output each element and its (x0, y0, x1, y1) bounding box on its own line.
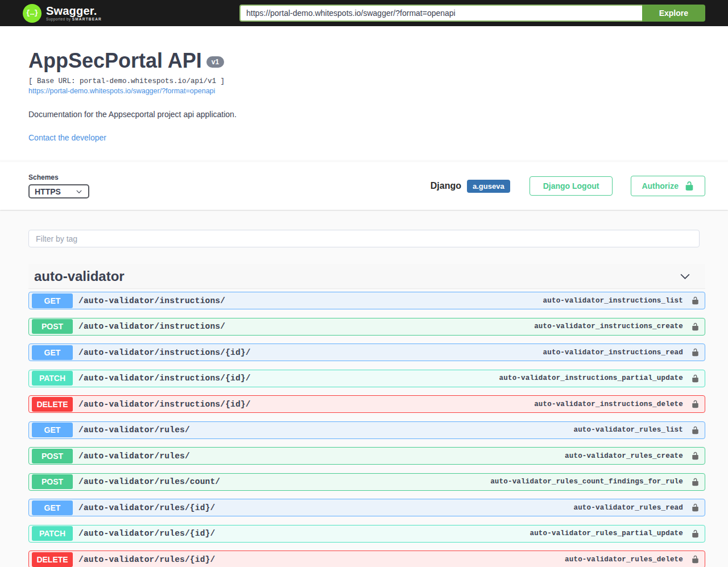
endpoint-row[interactable]: GET /auto-validator/instructions/{id}/ a… (28, 343, 705, 361)
operation-id: auto-validator_instructions_list (543, 297, 683, 305)
endpoint-row[interactable]: GET /auto-validator/rules/ auto-validato… (28, 421, 705, 439)
endpoint-row[interactable]: PATCH /auto-validator/rules/{id}/ auto-v… (28, 525, 705, 543)
tagline-prefix: Supported by (46, 17, 72, 21)
endpoint-path: /auto-validator/rules/{id}/ (78, 529, 215, 538)
operation-id: auto-validator_instructions_delete (534, 400, 683, 408)
authorize-label: Authorize (642, 181, 679, 191)
endpoint-path: /auto-validator/instructions/ (78, 296, 225, 305)
lock-button[interactable] (691, 452, 700, 460)
version-badge: v1 (206, 56, 224, 68)
endpoint-row[interactable]: DELETE /auto-validator/rules/{id}/ auto-… (28, 551, 705, 567)
operation-id: auto-validator_rules_partial_update (530, 529, 683, 537)
contact-developer-link[interactable]: Contact the developer (28, 133, 106, 142)
spec-link[interactable]: https://portal-demo.whitespots.io/swagge… (28, 87, 700, 95)
tag-title: auto-validator (34, 268, 125, 284)
operation-id: auto-validator_rules_create (565, 452, 683, 460)
unlocked-padlock-icon (691, 374, 700, 383)
unlocked-padlock-icon (691, 555, 700, 564)
scheme-bar: Schemes HTTPS Django a.guseva Django Log… (0, 162, 728, 210)
method-badge: GET (32, 423, 73, 437)
unlocked-padlock-icon (691, 296, 700, 305)
schemes-label: Schemes (28, 173, 89, 181)
url-bar: Explore (239, 5, 705, 22)
method-badge: DELETE (32, 552, 73, 567)
lock-button[interactable] (691, 426, 700, 434)
chevron-down-icon (75, 188, 83, 196)
method-badge: PATCH (32, 371, 73, 386)
method-badge: DELETE (32, 397, 73, 412)
endpoint-path: /auto-validator/rules/count/ (78, 477, 220, 486)
endpoint-path: /auto-validator/instructions/ (78, 322, 225, 331)
tagline-brand: SMARTBEAR (72, 17, 102, 21)
lock-button[interactable] (691, 529, 700, 538)
method-badge: POST (32, 319, 73, 334)
chevron-down-icon[interactable] (679, 270, 691, 282)
lock-button[interactable] (691, 478, 700, 486)
swagger-logo-icon: {…} (23, 4, 42, 23)
operation-id: auto-validator_instructions_read (543, 349, 683, 357)
unlocked-padlock-icon (691, 452, 700, 460)
unlocked-padlock-icon (691, 400, 700, 408)
lock-button[interactable] (691, 322, 700, 331)
lock-button[interactable] (691, 374, 700, 383)
swagger-brand[interactable]: {…} Swagger. Supported by SMARTBEAR (23, 4, 102, 23)
method-badge: PATCH (32, 526, 73, 541)
schemes-group: Schemes HTTPS (28, 173, 89, 198)
unlocked-padlock-icon (691, 478, 700, 486)
lock-button[interactable] (691, 503, 700, 512)
operation-id: auto-validator_rules_list (573, 426, 683, 434)
endpoint-path: /auto-validator/rules/{id}/ (78, 555, 215, 564)
method-badge: GET (32, 500, 73, 515)
base-url: [ Base URL: portal-demo.whitespots.io/ap… (28, 77, 700, 85)
operation-id: auto-validator_rules_count_findings_for_… (490, 478, 683, 486)
explore-button[interactable]: Explore (642, 5, 705, 22)
filter-by-tag-input[interactable] (28, 230, 700, 247)
operations-area: auto-validator GET /auto-validator/instr… (0, 210, 728, 567)
user-badge: a.guseva (467, 180, 510, 193)
django-logout-button[interactable]: Django Logout (530, 176, 613, 196)
endpoint-list: GET /auto-validator/instructions/ auto-v… (28, 292, 705, 567)
endpoint-path: /auto-validator/rules/{id}/ (78, 503, 215, 512)
authorize-button[interactable]: Authorize (631, 176, 705, 196)
operation-id: auto-validator_rules_delete (565, 556, 683, 564)
unlocked-padlock-icon (691, 348, 700, 357)
operation-id: auto-validator_instructions_create (534, 322, 683, 330)
topbar: {…} Swagger. Supported by SMARTBEAR Expl… (0, 0, 728, 26)
endpoint-row[interactable]: GET /auto-validator/rules/{id}/ auto-val… (28, 499, 705, 516)
endpoint-row[interactable]: POST /auto-validator/rules/ auto-validat… (28, 447, 705, 465)
unlocked-padlock-icon (691, 503, 700, 512)
endpoint-row[interactable]: DELETE /auto-validator/instructions/{id}… (28, 395, 705, 413)
django-label: Django (431, 181, 461, 191)
unlocked-padlock-icon (691, 426, 700, 434)
schemes-select[interactable]: HTTPS (28, 184, 89, 198)
method-badge: GET (32, 345, 73, 360)
api-description: Documentation for the Appsecportal proje… (28, 110, 700, 119)
schemes-selected-value: HTTPS (35, 187, 61, 196)
endpoint-path: /auto-validator/rules/ (78, 452, 190, 461)
endpoint-row[interactable]: POST /auto-validator/rules/count/ auto-v… (28, 473, 705, 491)
unlocked-padlock-icon (684, 181, 694, 191)
endpoint-row[interactable]: POST /auto-validator/instructions/ auto-… (28, 318, 705, 336)
spec-url-input[interactable] (239, 5, 642, 22)
endpoint-row[interactable]: PATCH /auto-validator/instructions/{id}/… (28, 370, 705, 387)
lock-button[interactable] (691, 400, 700, 408)
lock-button[interactable] (691, 296, 700, 305)
operation-id: auto-validator_instructions_partial_upda… (499, 374, 683, 382)
info-section: AppSecPortal APIv1 [ Base URL: portal-de… (0, 26, 728, 160)
auth-cluster: Django a.guseva Django Logout Authorize (431, 176, 705, 196)
brand-tagline: Supported by SMARTBEAR (46, 18, 102, 22)
method-badge: POST (32, 474, 73, 489)
endpoint-path: /auto-validator/instructions/{id}/ (78, 374, 251, 383)
tag-section-auto-validator[interactable]: auto-validator (28, 264, 705, 289)
brand-name: Swagger. (46, 5, 102, 16)
lock-button[interactable] (691, 555, 700, 564)
operation-id: auto-validator_rules_read (573, 504, 683, 512)
lock-button[interactable] (691, 348, 700, 357)
unlocked-padlock-icon (691, 529, 700, 538)
page-title: AppSecPortal API (28, 49, 202, 72)
method-badge: POST (32, 449, 73, 463)
method-badge: GET (32, 293, 73, 308)
endpoint-path: /auto-validator/instructions/{id}/ (78, 400, 251, 409)
brand-text: Swagger. Supported by SMARTBEAR (46, 5, 102, 22)
endpoint-row[interactable]: GET /auto-validator/instructions/ auto-v… (28, 292, 705, 309)
